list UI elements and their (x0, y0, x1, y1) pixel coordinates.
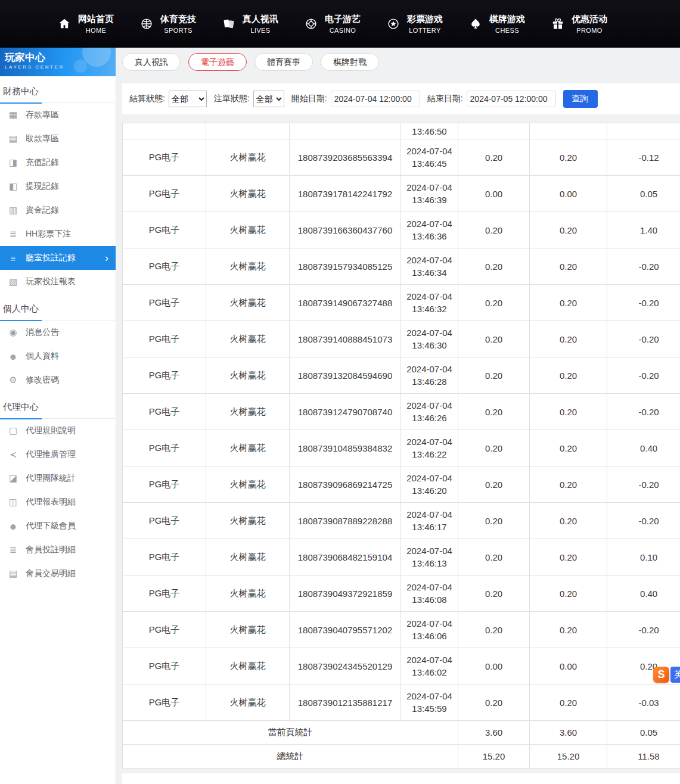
order-cell: 1808739132084594690 (290, 357, 401, 394)
hall-cell: PG电子 (123, 539, 206, 575)
valid-bet-cell: 0.20 (530, 357, 607, 394)
end-date-input[interactable] (467, 91, 556, 107)
agent-team-stats-icon: ◪ (8, 473, 18, 484)
nav-item-chess[interactable]: 棋牌游戏CHESS (468, 14, 529, 34)
sidebar-item-lottery-bet[interactable]: ≣HH彩票下注 (0, 222, 116, 246)
bet-cell: 0.20 (458, 212, 530, 248)
sidebar-item-withdrawal-record[interactable]: ◧提現記錄 (0, 175, 116, 198)
game-cell: 火树赢花 (206, 248, 290, 285)
valid-bet-cell: 0.20 (530, 212, 607, 248)
tab-0[interactable]: 真人視訊 (122, 53, 181, 71)
nav-item-sports[interactable]: 体育竞技SPORTS (139, 14, 200, 34)
sidebar-item-agent-members[interactable]: ☻代理下級會員 (0, 514, 116, 538)
sidebar-item-room-bet-records[interactable]: ≡廳室投註記錄› (0, 246, 116, 270)
sidebar-item-funds-record[interactable]: ▥資金記錄 (0, 198, 116, 222)
valid-bet-cell: 0.20 (530, 430, 607, 466)
sidebar-item-label: 廳室投註記錄 (26, 253, 76, 263)
time-cell: 2024-07-0413:46:34 (401, 248, 458, 285)
time-clock: 13:46:17 (402, 521, 457, 533)
nav-label-zh: 真人视讯 (243, 14, 278, 25)
time-date: 2024-07-04 (402, 472, 457, 484)
order-cell: 1808739049372921859 (290, 575, 401, 612)
sidebar-item-profile[interactable]: ☻個人資料 (0, 344, 116, 368)
hall-cell: PG电子 (123, 139, 206, 176)
order-cell: 1808739203685563394 (290, 139, 401, 176)
search-button[interactable]: 查詢 (563, 90, 598, 108)
valid-bet-cell: 15.20 (530, 745, 607, 769)
win-cell: -0.20 (607, 394, 680, 430)
nav-item-lottery[interactable]: 彩票游戏LOTTERY (386, 14, 447, 34)
start-date-input[interactable] (331, 91, 420, 107)
sidebar-item-agent-report[interactable]: ◫代理報表明細 (0, 490, 116, 514)
table-row: PG电子火树赢花18087391048593848322024-07-0413:… (123, 430, 680, 466)
top-nav: 网站首页HOME体育竞技SPORTS真人视讯LIVES电子游艺CASINO彩票游… (0, 0, 680, 48)
nav-item-home[interactable]: 网站首页HOME (57, 14, 118, 34)
time-clock: 13:46:28 (402, 375, 457, 388)
sidebar-item-label: 充值記錄 (26, 157, 59, 168)
time-cell: 2024-07-0413:46:08 (401, 575, 458, 612)
sidebar-item-deposit[interactable]: ▦存款專區 (0, 103, 116, 127)
tab-1[interactable]: 電子遊藝 (188, 53, 247, 71)
sidebar-item-agent-team-stats[interactable]: ◪代理團隊統計 (0, 466, 116, 490)
bet-cell: 0.00 (458, 176, 530, 212)
sidebar-item-announcement[interactable]: ◉消息公告 (0, 321, 116, 344)
order-status-select[interactable]: 全部 (253, 91, 284, 107)
valid-bet-cell: 0.20 (530, 139, 607, 176)
sidebar-item-agent-rules[interactable]: ▢代理規則說明 (0, 419, 116, 443)
sidebar-item-player-report[interactable]: ▧玩家投注報表 (0, 270, 116, 294)
ime-language-toggle[interactable]: 英 (670, 667, 680, 683)
time-cell: 2024-07-0413:46:36 (401, 212, 458, 248)
time-clock: 13:46:20 (402, 484, 457, 497)
sidebar-item-withdraw[interactable]: ▤取款專區 (0, 127, 116, 151)
time-date: 2024-07-04 (402, 654, 457, 666)
settle-status-select[interactable]: 全部 (169, 91, 207, 107)
hall-cell: PG电子 (123, 503, 206, 539)
nav-label-zh: 体育竞技 (160, 14, 196, 25)
win-cell: -0.20 (607, 357, 680, 394)
tab-3[interactable]: 棋牌對戰 (321, 53, 379, 71)
sidebar-item-agent-promotion[interactable]: ≺代理推廣管理 (0, 443, 116, 466)
nav-item-lives[interactable]: 真人视讯LIVES (222, 14, 282, 34)
agent-rules-icon: ▢ (8, 425, 18, 436)
home-icon (57, 17, 72, 31)
sidebar-item-member-bets[interactable]: ≣會員投註明細 (0, 538, 116, 562)
order-cell: 1808739166360437760 (290, 212, 401, 248)
hall-cell: PG电子 (123, 648, 206, 685)
nav-label-zh: 棋牌游戏 (489, 14, 525, 25)
sidebar-item-label: 代理團隊統計 (26, 473, 76, 484)
end-date-label: 結束日期: (427, 94, 463, 104)
sidebar-item-recharge-record[interactable]: ◨充值記錄 (0, 151, 116, 175)
chip-icon (304, 17, 318, 31)
game-cell: 火树赢花 (206, 394, 290, 430)
time-clock: 13:46:26 (402, 412, 457, 424)
password-icon: ⚙ (8, 375, 18, 385)
hall-cell: PG电子 (123, 685, 206, 721)
order-cell: 1808739012135881217 (290, 685, 401, 721)
valid-bet-cell: 0.20 (530, 285, 607, 321)
time-clock: 13:46:08 (402, 593, 457, 606)
tab-2[interactable]: 體育賽事 (254, 53, 313, 71)
order-cell: 1808739087889228288 (290, 503, 401, 539)
sidebar-item-label: 存款專區 (26, 110, 59, 120)
win-cell: -0.20 (607, 285, 680, 321)
nav-label-zh: 优惠活动 (572, 14, 607, 25)
win-cell: 0.40 (607, 575, 680, 612)
sidebar-item-member-transactions[interactable]: ▤會員交易明細 (0, 562, 116, 586)
sogou-ime-icon[interactable]: S (653, 667, 669, 683)
game-cell: 火树赢花 (206, 212, 290, 248)
nav-item-promo[interactable]: 优惠活动PROMO (551, 14, 611, 34)
sidebar-item-password[interactable]: ⚙修改密碼 (0, 368, 116, 392)
table-row: PG电子火树赢花18087390878892282882024-07-0413:… (123, 503, 680, 539)
win-cell: 0.05 (607, 721, 680, 745)
sidebar-item-label: 資金記錄 (26, 205, 59, 216)
hall-cell: PG电子 (123, 321, 206, 357)
time-date: 2024-07-04 (402, 181, 457, 194)
hall-cell: PG电子 (123, 176, 206, 212)
valid-bet-cell: 3.60 (530, 721, 607, 745)
valid-bet-cell: 0.20 (530, 466, 607, 503)
nav-item-casino[interactable]: 电子游艺CASINO (304, 14, 365, 34)
announcement-icon: ◉ (8, 327, 18, 338)
time-clock: 13:46:22 (402, 448, 457, 461)
order-cell: 1808739149067327488 (290, 285, 401, 321)
valid-bet-cell: 0.20 (530, 503, 607, 539)
